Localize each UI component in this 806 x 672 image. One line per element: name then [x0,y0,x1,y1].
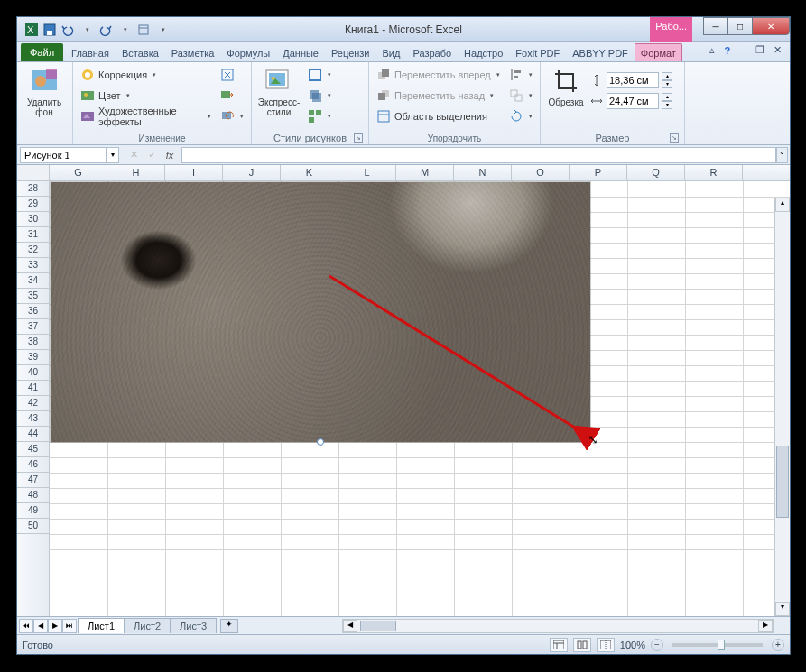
formula-input[interactable] [181,147,777,163]
column-header[interactable]: K [281,165,338,180]
formula-bar-expand[interactable]: ⌄ [775,147,788,163]
page-layout-view-button[interactable] [573,638,591,652]
color-button[interactable]: Цвет ▾ [77,86,215,106]
picture-effects-button[interactable]: ▾ [304,86,335,106]
dialog-launcher-icon[interactable]: ↘ [354,133,363,143]
row-header[interactable]: 47 [17,473,49,488]
row-header[interactable]: 49 [17,503,49,519]
picture-styles-button[interactable]: Экспресс-стили [255,65,302,119]
width-up[interactable]: ▴ [662,93,672,101]
width-input[interactable] [607,93,659,109]
sheet-nav-prev[interactable]: ◀ [33,619,48,633]
vscroll-thumb[interactable] [776,446,789,518]
tab-data[interactable]: Данные [276,43,325,61]
fx-button[interactable]: fx [162,147,178,163]
scroll-left-button[interactable]: ◀ [343,620,357,632]
column-header[interactable]: N [454,165,512,180]
qat-customize-dropdown[interactable]: ▾ [156,23,171,37]
tab-review[interactable]: Рецензи [325,43,376,61]
column-header[interactable]: H [107,165,165,180]
row-header[interactable]: 45 [17,442,49,457]
tab-insert[interactable]: Вставка [116,43,165,61]
rotate-button[interactable]: ▾ [505,106,536,126]
column-header[interactable]: O [512,165,570,180]
new-sheet-button[interactable]: ✦ [220,619,238,633]
zoom-slider[interactable] [672,643,763,647]
row-header[interactable]: 32 [17,243,49,258]
height-down[interactable]: ▾ [662,80,672,88]
name-box-dropdown[interactable]: ▾ [106,148,118,162]
height-input[interactable] [607,72,659,88]
row-header[interactable]: 46 [17,457,49,473]
scroll-down-button[interactable]: ▾ [775,602,790,616]
column-header[interactable]: G [50,165,107,180]
height-up[interactable]: ▴ [662,72,672,80]
undo-icon[interactable] [60,23,75,37]
tab-developer[interactable]: Разрабо [406,43,458,61]
row-header[interactable]: 50 [17,519,49,534]
column-header[interactable]: J [223,165,281,180]
row-header[interactable]: 36 [17,304,49,319]
row-header[interactable]: 29 [17,197,49,212]
cells-area[interactable]: ⤡ [50,181,790,616]
tab-view[interactable]: Вид [376,43,407,61]
row-header[interactable]: 38 [17,335,49,350]
row-header[interactable]: 33 [17,258,49,273]
tab-addins[interactable]: Надстро [458,43,509,61]
group-button[interactable]: ▾ [505,86,536,106]
picture-border-button[interactable]: ▾ [304,65,335,85]
row-header[interactable]: 40 [17,365,49,381]
select-all-button[interactable] [17,165,50,180]
row-header[interactable]: 28 [17,181,49,197]
row-header[interactable]: 34 [17,273,49,289]
row-header[interactable]: 42 [17,396,49,411]
row-header[interactable]: 41 [17,381,49,396]
row-header[interactable]: 48 [17,488,49,503]
tab-home[interactable]: Главная [65,43,116,61]
row-header[interactable]: 44 [17,427,49,442]
resize-handle-bottom[interactable] [317,438,324,446]
row-header[interactable]: 31 [17,227,49,243]
align-button[interactable]: ▾ [505,65,536,85]
file-tab[interactable]: Файл [21,43,63,61]
dialog-launcher-icon[interactable]: ↘ [670,133,679,143]
corrections-button[interactable]: Коррекция ▾ [77,65,215,85]
tab-layout[interactable]: Разметка [165,43,221,61]
doc-restore-icon[interactable]: ❐ [753,44,767,56]
column-header[interactable]: P [570,165,627,180]
page-break-view-button[interactable] [597,638,615,652]
row-header[interactable]: 39 [17,350,49,365]
inserted-picture[interactable] [50,181,591,443]
sheet-nav-next[interactable]: ▶ [48,619,62,633]
horizontal-scrollbar[interactable]: ◀ ▶ [342,619,774,633]
close-button[interactable]: ✕ [752,17,790,35]
width-down[interactable]: ▾ [662,101,672,109]
row-header[interactable]: 30 [17,212,49,227]
sheet-nav-first[interactable]: ⏮ [19,619,33,633]
row-header[interactable]: 35 [17,289,49,304]
artistic-effects-button[interactable]: Художественные эффекты ▾ [77,106,215,126]
change-picture-button[interactable] [217,86,247,106]
bring-forward-button[interactable]: Переместить вперед ▾ [373,65,504,85]
vertical-scrollbar[interactable]: ▴ ▾ [774,198,790,616]
picture-layout-button[interactable]: ▾ [304,106,335,126]
selection-pane-button[interactable]: Область выделения [373,106,504,126]
save-icon[interactable] [42,23,57,37]
sheet-tab-2[interactable]: Лист2 [124,618,171,633]
sheet-nav-last[interactable]: ⏭ [62,619,77,633]
column-header[interactable]: I [165,165,223,180]
hscroll-thumb[interactable] [360,621,396,631]
undo-dropdown[interactable]: ▾ [80,23,95,37]
tab-foxit[interactable]: Foxit PDF [509,43,566,61]
send-backward-button[interactable]: Переместить назад ▾ [373,86,504,106]
column-header[interactable]: Q [627,165,685,180]
sheet-tab-1[interactable]: Лист1 [78,618,125,633]
cancel-formula-icon[interactable]: ✕ [125,147,142,163]
zoom-in-button[interactable]: + [772,639,784,651]
tab-formulas[interactable]: Формулы [220,43,276,61]
redo-icon[interactable] [98,23,113,37]
scroll-right-button[interactable]: ▶ [758,620,773,632]
row-header[interactable]: 37 [17,319,49,335]
maximize-button[interactable]: □ [727,17,753,35]
column-header[interactable]: M [396,165,454,180]
